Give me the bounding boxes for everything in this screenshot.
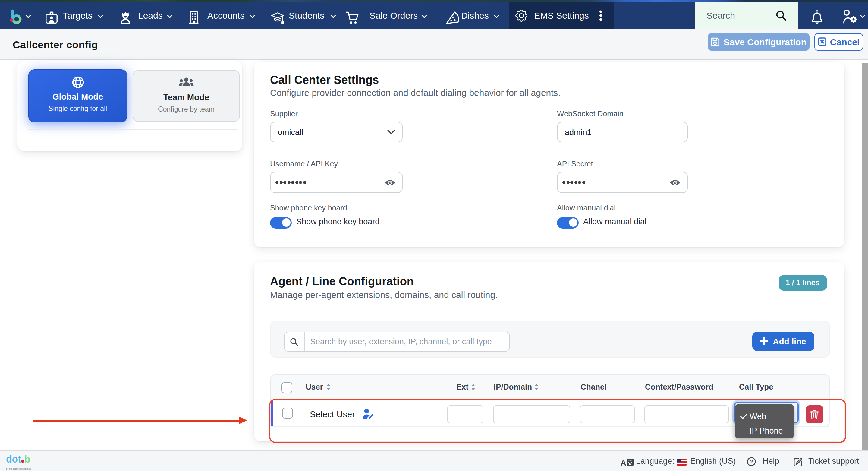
svg-text:?: ?	[750, 459, 753, 465]
svg-text:A: A	[621, 458, 626, 467]
